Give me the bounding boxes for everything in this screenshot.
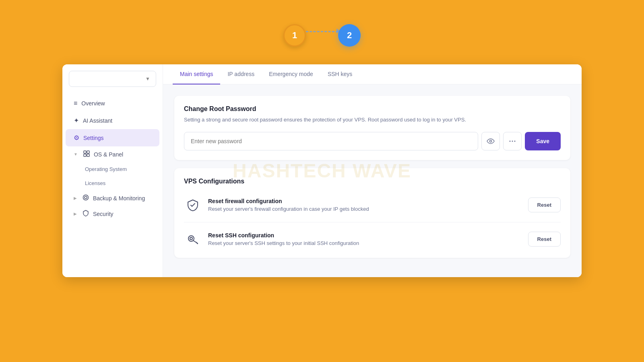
panel-icon xyxy=(83,150,90,158)
svg-point-4 xyxy=(83,195,89,200)
dots-icon xyxy=(508,137,516,145)
eye-icon xyxy=(487,137,495,145)
sidebar-item-licenses[interactable]: Licenses xyxy=(66,176,159,190)
sidebar: ▼ ≡ Overview ✦ AI Assistant ⚙ Settings ▼ xyxy=(62,64,163,277)
main-content: Main settings IP address Emergency mode … xyxy=(163,64,582,277)
shield-icon xyxy=(83,210,89,218)
password-input-row: Save xyxy=(184,132,561,150)
backup-icon xyxy=(83,194,89,202)
svg-point-9 xyxy=(514,140,516,142)
firewall-config-title: Reset firewall configuration xyxy=(208,198,522,204)
firewall-config-desc: Reset your server's firewall configurati… xyxy=(208,206,522,212)
server-dropdown[interactable]: ▼ xyxy=(69,71,156,87)
firewall-icon-wrapper xyxy=(184,196,202,214)
tab-ip-address[interactable]: IP address xyxy=(220,64,262,84)
ssh-config-desc: Reset your server's SSH settings to your… xyxy=(208,240,522,246)
sidebar-item-settings[interactable]: ⚙ Settings xyxy=(66,129,159,146)
save-button[interactable]: Save xyxy=(525,132,561,150)
key-icon xyxy=(186,233,199,246)
svg-rect-0 xyxy=(84,151,86,153)
tabs-bar: Main settings IP address Emergency mode … xyxy=(163,64,582,84)
section-title-password: Change Root Password xyxy=(184,105,561,113)
reset-firewall-button[interactable]: Reset xyxy=(528,197,561,212)
sidebar-item-label: OS & Panel xyxy=(94,151,123,158)
vps-configurations-section: VPS Configurations Reset firewall config… xyxy=(174,168,570,258)
tab-ssh-keys[interactable]: SSH keys xyxy=(320,64,359,84)
password-input[interactable] xyxy=(184,132,478,150)
sparkle-icon: ✦ xyxy=(74,117,79,124)
shield-check-icon xyxy=(186,199,199,212)
toggle-password-visibility-button[interactable] xyxy=(481,132,500,150)
chevron-right-icon: ▶ xyxy=(74,196,77,200)
sidebar-item-ai-assistant[interactable]: ✦ AI Assistant xyxy=(66,112,159,129)
step-indicators: 1 2 xyxy=(283,24,361,47)
step-1-circle: 1 xyxy=(283,24,306,47)
sidebar-item-backup-monitoring[interactable]: ▶ Backup & Monitoring xyxy=(66,190,159,206)
tab-main-settings[interactable]: Main settings xyxy=(173,64,220,84)
sidebar-item-label: AI Assistant xyxy=(83,117,112,124)
server-dropdown-value xyxy=(75,75,76,82)
reset-ssh-button[interactable]: Reset xyxy=(528,232,561,247)
vps-config-title: VPS Configurations xyxy=(184,178,561,185)
chevron-down-icon: ▼ xyxy=(145,76,150,82)
sidebar-item-security[interactable]: ▶ Security xyxy=(66,206,159,222)
svg-point-7 xyxy=(510,140,511,142)
sidebar-item-operating-system[interactable]: Operating System xyxy=(66,162,159,176)
tab-emergency-mode[interactable]: Emergency mode xyxy=(262,64,320,84)
config-text-firewall: Reset firewall configuration Reset your … xyxy=(208,198,522,212)
sidebar-item-overview[interactable]: ≡ Overview xyxy=(66,95,159,112)
sidebar-item-label: Backup & Monitoring xyxy=(93,195,145,202)
sidebar-item-label: Settings xyxy=(83,135,104,141)
sidebar-item-label: Security xyxy=(93,211,114,217)
main-panel: ▼ ≡ Overview ✦ AI Assistant ⚙ Settings ▼ xyxy=(62,64,582,277)
config-item-ssh: Reset SSH configuration Reset your serve… xyxy=(184,222,561,248)
change-root-password-section: Change Root Password Setting a strong an… xyxy=(174,96,570,160)
svg-point-11 xyxy=(190,237,192,240)
generate-password-button[interactable] xyxy=(503,132,522,150)
section-desc-password: Setting a strong and secure root passwor… xyxy=(184,116,561,124)
config-item-firewall: Reset firewall configuration Reset your … xyxy=(184,188,561,222)
ssh-icon-wrapper xyxy=(184,230,202,248)
gear-icon: ⚙ xyxy=(74,134,79,142)
svg-point-8 xyxy=(512,140,513,142)
list-icon: ≡ xyxy=(74,100,77,107)
sidebar-item-label: Overview xyxy=(81,100,105,107)
chevron-down-icon: ▼ xyxy=(74,152,78,156)
svg-rect-3 xyxy=(87,154,89,156)
chevron-right-icon: ▶ xyxy=(74,212,77,216)
step-connector xyxy=(306,31,338,32)
svg-rect-1 xyxy=(87,151,89,153)
svg-rect-2 xyxy=(84,154,86,156)
step-2-circle: 2 xyxy=(338,24,361,47)
password-input-wrapper xyxy=(184,132,478,150)
svg-point-5 xyxy=(85,196,87,199)
content-area: Change Root Password Setting a strong an… xyxy=(163,84,582,277)
ssh-config-title: Reset SSH configuration xyxy=(208,232,522,239)
config-text-ssh: Reset SSH configuration Reset your serve… xyxy=(208,232,522,246)
svg-point-6 xyxy=(490,140,492,142)
sidebar-item-os-panel[interactable]: ▼ OS & Panel xyxy=(66,146,159,162)
